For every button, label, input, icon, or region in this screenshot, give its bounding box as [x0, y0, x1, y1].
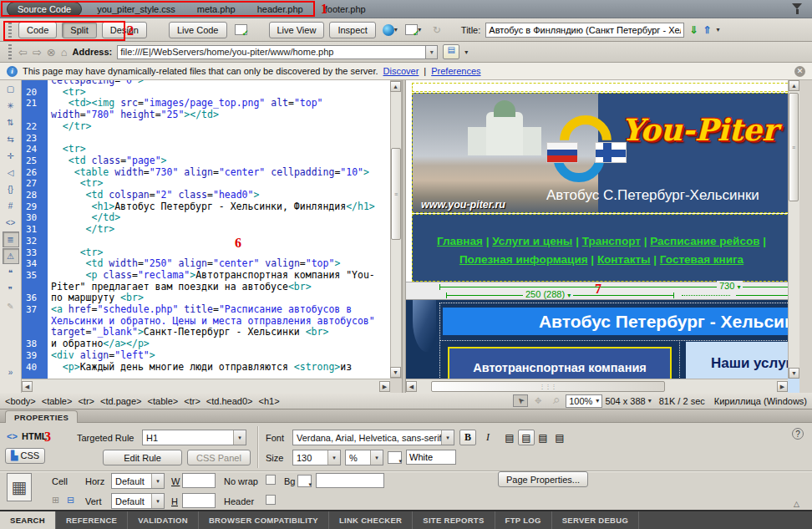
results-tab-ftp-log[interactable]: FTP LOG — [495, 511, 552, 529]
vert-select[interactable]: Default▾ — [111, 493, 165, 509]
infobar-close-icon[interactable]: ✕ — [794, 66, 805, 77]
results-tab-reference[interactable]: REFERENCE — [56, 511, 128, 529]
open-documents-icon[interactable]: ▢ — [3, 81, 19, 97]
stop-icon[interactable]: ⊗ — [47, 46, 56, 58]
h-input[interactable] — [182, 493, 216, 508]
code-line[interactable]: 40 <p>Каждый день многие люди отправляют… — [22, 362, 390, 374]
edit-rule-button[interactable]: Edit Rule — [103, 450, 182, 465]
css-mode-button[interactable]: ▙ CSS — [5, 448, 45, 464]
code-line[interactable]: 38и обратно</a></p> — [22, 338, 390, 350]
window-size-select[interactable]: 504 x 388▾ — [605, 396, 651, 406]
html-mode-button[interactable]: HTML — [22, 431, 48, 441]
code-vscroll-thumb[interactable]: ≡ — [391, 148, 401, 240]
site-menu-link[interactable]: Главная — [437, 235, 483, 247]
design-vscroll-thumb[interactable]: ≡ — [789, 93, 799, 201]
code-line[interactable]: 33 <tr> — [22, 247, 390, 259]
code-vertical-scrollbar[interactable]: ▲ ≡ ▼ — [390, 80, 402, 379]
help-icon[interactable]: ? — [792, 428, 804, 440]
address-input[interactable] — [117, 45, 426, 59]
scroll-right-icon[interactable]: ▶ — [379, 381, 390, 392]
design-hscroll-thumb[interactable]: ⋮⋮⋮ — [431, 381, 665, 392]
tag-selector-item[interactable]: <td.head0> — [206, 396, 253, 406]
tag-selector-item[interactable]: <h1> — [259, 396, 280, 406]
scroll-left-icon[interactable]: ◀ — [22, 381, 33, 392]
scroll-up-icon[interactable]: ▲ — [789, 80, 799, 91]
tag-selector[interactable]: <body><table><tr><td.page><table><tr><td… — [5, 396, 280, 406]
page-properties-button[interactable]: Page Properties... — [498, 471, 588, 487]
preview-in-browser-icon[interactable]: ▾ — [381, 23, 399, 38]
code-line[interactable]: 29 <h1>Автобус Петербург - Хельсинки, Фи… — [22, 201, 390, 213]
site-menu-link[interactable]: Транспорт — [582, 235, 641, 247]
tag-selector-item[interactable]: <tr> — [78, 396, 94, 406]
results-tab-link-checker[interactable]: LINK CHECKER — [329, 511, 413, 529]
show-code-navigator-icon[interactable]: ✳ — [3, 98, 19, 114]
italic-button[interactable]: I — [480, 430, 496, 445]
code-line[interactable]: 28 <td colspan="2" class="head0"> — [22, 190, 390, 201]
code-line[interactable]: 39<div align="left"> — [22, 350, 390, 362]
line-numbers-icon[interactable]: # — [3, 198, 19, 214]
results-tab-server-debug[interactable]: SERVER DEBUG — [552, 511, 639, 529]
css-panel-button[interactable]: CSS Panel — [187, 450, 251, 465]
code-line[interactable]: 20 <tr> — [22, 87, 390, 99]
properties-panel-tab[interactable]: PROPERTIES — [5, 410, 78, 423]
tag-selector-item[interactable]: <td.page> — [100, 396, 142, 406]
scroll-right-icon[interactable]: ▶ — [777, 381, 788, 392]
check-browser-compatibility-icon[interactable] — [232, 23, 251, 38]
bg-color-swatch[interactable] — [297, 475, 312, 487]
code-lines[interactable]: cellspacing="0">20 <tr>21 <td><img src="… — [22, 80, 390, 373]
back-icon[interactable]: ⇦ — [18, 46, 28, 58]
design-top-row[interactable] — [412, 83, 799, 92]
targeted-rule-select[interactable]: H1▾ — [142, 430, 246, 445]
inspect-button[interactable]: Inspect — [329, 22, 375, 38]
navbar-grip[interactable] — [8, 44, 12, 59]
code-line[interactable]: 35 <p class="reclama">Автотранспортная к… — [22, 270, 390, 292]
collapse-panel-icon[interactable]: △ — [794, 500, 799, 508]
format-source-code-icon[interactable]: ✎ — [3, 298, 19, 314]
collapse-full-tag-icon[interactable]: ⇅ — [3, 114, 19, 130]
tag-selector-item[interactable]: <tr> — [184, 396, 200, 406]
balance-braces-icon[interactable]: {} — [3, 181, 19, 197]
live-code-button[interactable]: Live Code — [169, 22, 227, 38]
code-line[interactable]: 34 <td width="250" align="center" valign… — [22, 258, 390, 270]
column-width-250[interactable]: 250 (288) ▾ — [523, 289, 573, 299]
align-justify-button[interactable]: ▤ — [551, 430, 568, 445]
collapse-selection-icon[interactable]: ⇆ — [3, 131, 19, 147]
bold-button[interactable]: B — [459, 430, 476, 445]
text-color-swatch[interactable] — [388, 451, 402, 464]
align-right-button[interactable]: ▤ — [535, 430, 551, 445]
tag-selector-item[interactable]: <table> — [148, 396, 179, 406]
results-tab-site-reports[interactable]: SITE REPORTS — [413, 511, 495, 529]
results-tab-search[interactable]: SEARCH — [0, 511, 56, 529]
scroll-up-icon[interactable]: ▲ — [390, 81, 401, 92]
magnification-select[interactable]: 100%▾ — [566, 394, 602, 408]
code-line[interactable]: 32 — [22, 236, 390, 247]
file-download-icon[interactable]: ⇓ — [689, 24, 698, 36]
font-select[interactable]: Verdana, Arial, Helvetica, sans-serif▾ — [292, 430, 454, 445]
text-color-input[interactable] — [406, 450, 456, 465]
site-menu-link[interactable]: Расписание рейсов — [650, 235, 759, 247]
select-parent-tag-icon[interactable]: ◁ — [3, 165, 19, 181]
zoom-tool-icon[interactable]: ⚲ — [548, 394, 563, 407]
discover-link[interactable]: Discover — [383, 66, 419, 76]
live-view-button[interactable]: Live View — [269, 22, 325, 38]
results-tab-browser-compatibility[interactable]: BROWSER COMPATIBILITY — [199, 511, 329, 529]
size-unit-select[interactable]: %▾ — [345, 450, 383, 465]
design-view[interactable]: You-Piter Автобус С.Петербург-Хельсинки … — [406, 80, 799, 393]
apply-comment-icon[interactable]: ❝ — [3, 265, 19, 281]
address-dropdown-icon[interactable]: ▾ — [426, 45, 438, 59]
word-wrap-icon[interactable]: ≣ — [3, 231, 19, 247]
code-line[interactable]: 37<a href="schedule.php" title="Расписан… — [22, 304, 390, 338]
page-heading[interactable]: Автобус Петербург - Хельсинки — [443, 308, 799, 335]
size-select[interactable]: 130▾ — [292, 450, 341, 465]
horz-select[interactable]: Default▾ — [111, 473, 165, 489]
design-vertical-scrollbar[interactable]: ▲ ≡ ▼ — [788, 80, 799, 379]
site-menu-link[interactable]: Услуги и цены — [492, 235, 572, 247]
results-tab-validation[interactable]: VALIDATION — [128, 511, 199, 529]
code-view[interactable]: cellspacing="0">20 <tr>21 <td><img src="… — [22, 80, 390, 379]
code-line[interactable]: 30 </td> — [22, 212, 390, 224]
forward-icon[interactable]: ⇨ — [33, 46, 42, 58]
code-line[interactable]: 25 <td class="page"> — [22, 155, 390, 167]
code-line[interactable]: 31 </tr> — [22, 224, 390, 236]
no-wrap-checkbox[interactable] — [266, 475, 276, 485]
code-line[interactable]: 26 <table width="730" align="center" cel… — [22, 167, 390, 179]
